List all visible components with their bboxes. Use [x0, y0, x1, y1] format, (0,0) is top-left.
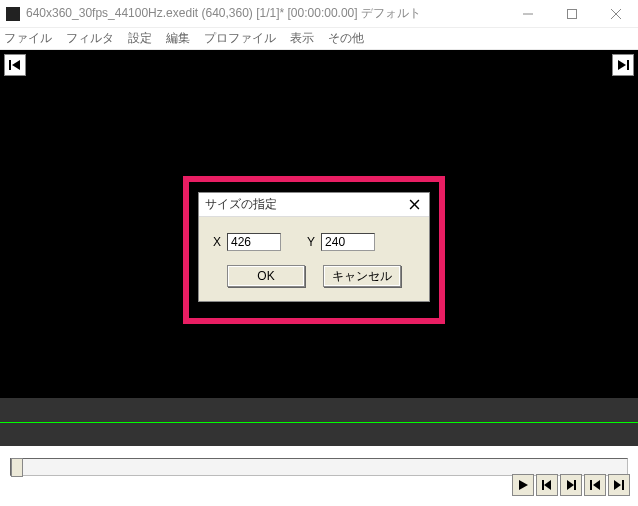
svg-marker-11: [544, 480, 551, 490]
svg-marker-5: [12, 60, 20, 70]
x-label: X: [213, 235, 221, 249]
next-frame-button[interactable]: [560, 474, 582, 496]
svg-marker-16: [593, 480, 600, 490]
preview-area: サイズの指定 X Y OK キャンセル: [0, 50, 638, 398]
go-end-button[interactable]: [612, 54, 634, 76]
menu-file[interactable]: ファイル: [4, 30, 52, 47]
svg-marker-14: [567, 480, 574, 490]
prev-frame-button[interactable]: [536, 474, 558, 496]
dialog-title: サイズの指定: [205, 196, 405, 213]
menu-filter[interactable]: フィルタ: [66, 30, 114, 47]
svg-marker-17: [614, 480, 621, 490]
dialog-titlebar[interactable]: サイズの指定: [199, 193, 429, 217]
cancel-button[interactable]: キャンセル: [323, 265, 401, 287]
close-button[interactable]: [594, 0, 638, 27]
menu-view[interactable]: 表示: [290, 30, 314, 47]
menu-settings[interactable]: 設定: [128, 30, 152, 47]
go-start-button[interactable]: [4, 54, 26, 76]
maximize-button[interactable]: [550, 0, 594, 27]
menu-edit[interactable]: 編集: [166, 30, 190, 47]
transport-bar: [0, 446, 638, 506]
y-label: Y: [307, 235, 315, 249]
menu-other[interactable]: その他: [328, 30, 364, 47]
document-icon: [6, 7, 20, 21]
window-titlebar: 640x360_30fps_44100Hz.exedit (640,360) […: [0, 0, 638, 28]
minimize-button[interactable]: [506, 0, 550, 27]
svg-marker-6: [618, 60, 626, 70]
svg-marker-10: [519, 480, 528, 490]
y-input[interactable]: [321, 233, 375, 251]
x-input[interactable]: [227, 233, 281, 251]
play-button[interactable]: [512, 474, 534, 496]
go-end-transport-button[interactable]: [608, 474, 630, 496]
timeline[interactable]: [0, 398, 638, 446]
seek-thumb[interactable]: [11, 458, 23, 477]
menu-profile[interactable]: プロファイル: [204, 30, 276, 47]
size-dialog: サイズの指定 X Y OK キャンセル: [198, 192, 430, 302]
go-start-transport-button[interactable]: [584, 474, 606, 496]
ok-button[interactable]: OK: [227, 265, 305, 287]
dialog-close-button[interactable]: [405, 196, 423, 214]
window-title: 640x360_30fps_44100Hz.exedit (640,360) […: [26, 5, 506, 22]
svg-rect-1: [568, 9, 577, 18]
menubar: ファイル フィルタ 設定 編集 プロファイル 表示 その他: [0, 28, 638, 50]
